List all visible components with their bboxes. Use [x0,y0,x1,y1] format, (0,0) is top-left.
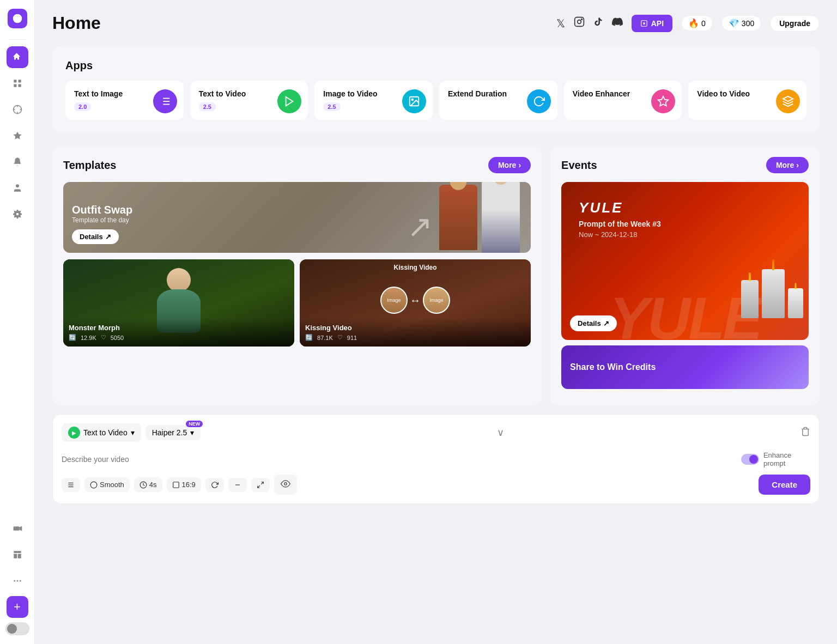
video-enhancer-icon [651,89,675,113]
delete-button[interactable] [800,427,810,439]
duration-button[interactable]: 4s [134,477,162,492]
discord-icon[interactable] [612,16,623,30]
monster-morph-stats: 🔄 12.9K ♡ 5050 [69,334,289,341]
header-icons: 𝕏 API 🔥 0 💎 300 Upgrade [556,15,820,32]
enhance-switch[interactable] [741,454,759,465]
ratio-button[interactable]: 16:9 [167,477,201,492]
featured-template-name: Outfit Swap [72,204,132,216]
yule-details-button[interactable]: Details ↗ [570,315,617,331]
yule-badge: YULE [579,199,791,216]
expand-button[interactable] [251,478,270,492]
apps-title: Apps [65,59,806,72]
fire-badge: 🔥 0 [681,15,713,31]
api-button[interactable]: API [632,15,672,32]
templates-panel: Templates More › ↗ [52,146,542,405]
events-title: Events [561,159,597,172]
sidebar-item-home[interactable] [7,46,28,68]
sidebar-item-gallery[interactable] [7,72,28,94]
apps-grid: Text to Image 2.0 Text to Video 2.5 Imag… [65,81,806,120]
minus-button[interactable] [228,478,247,492]
creation-bar: ▶ Text to Video ▾ NEW Haiper 2.5 ▾ ∨ [52,414,820,504]
app-logo[interactable] [8,9,27,28]
preview-button[interactable] [274,475,297,495]
monster-morph-name: Monster Morph [69,324,289,332]
app-card-extend-duration[interactable]: Extend Duration [439,81,557,120]
extend-duration-icon [527,89,551,113]
video-to-video-icon [776,89,800,113]
sidebar-item-create-video[interactable] [7,518,28,539]
svg-rect-6 [13,526,19,531]
events-more-button[interactable]: More › [766,157,809,173]
sidebar: + [0,0,35,644]
template-grid: Monster Morph 🔄 12.9K ♡ 5050 [63,259,531,347]
tiktok-icon[interactable] [593,17,603,29]
upgrade-button[interactable]: Upgrade [770,15,820,32]
templates-header: Templates More › [63,157,531,173]
svg-line-38 [258,485,260,488]
app-card-video-to-video[interactable]: Video to Video [688,81,806,120]
sidebar-item-more[interactable] [7,570,28,592]
app-card-image-to-video[interactable]: Image to Video 2.5 [314,81,433,120]
yule-date: Now ~ 2024-12-18 [579,230,791,239]
enhance-toggle: Enhance prompt [741,451,810,467]
page-title: Home [52,13,556,33]
svg-point-26 [411,99,413,100]
sidebar-item-notifications[interactable] [7,151,28,173]
templates-more-button[interactable]: More › [488,157,531,173]
text-to-video-icon [277,89,301,113]
sidebar-item-rewards[interactable] [7,125,28,147]
svg-point-0 [13,14,22,23]
svg-rect-1 [14,80,16,82]
templates-title: Templates [63,159,116,172]
featured-template-subtitle: Template of the day [72,216,132,224]
image-to-video-icon [402,89,426,113]
refresh-button[interactable] [205,478,224,492]
instagram-icon[interactable] [574,16,585,30]
svg-marker-24 [286,97,293,106]
svg-point-15 [577,20,581,24]
sidebar-item-layout[interactable] [7,544,28,566]
theme-toggle[interactable] [5,622,29,635]
prompt-input[interactable] [62,451,741,468]
svg-rect-10 [17,554,21,558]
svg-marker-7 [19,526,22,531]
template-card-kissing-video[interactable]: Image ↔ Image Kissing Video Kissing Vide… [300,259,531,347]
type-select[interactable]: ▶ Text to Video ▾ [62,423,141,442]
model-select[interactable]: NEW Haiper 2.5 ▾ [145,425,201,440]
kissing-video-name: Kissing Video [305,324,525,332]
create-button-bar[interactable]: Create [759,475,810,495]
svg-point-33 [90,482,97,488]
create-button[interactable]: + [7,596,28,618]
share-title: Share to Win Credits [570,362,656,372]
svg-rect-4 [18,84,21,87]
smooth-button[interactable]: Smooth [84,477,130,492]
events-panel: Events More › YULE Prompt of the Week #3… [550,146,820,405]
fire-icon: 🔥 [688,18,699,28]
coin-icon: 💎 [729,18,739,28]
app-card-video-enhancer[interactable]: Video Enhancer [564,81,682,120]
main-content: Home 𝕏 API 🔥 0 💎 300 [35,0,837,644]
settings-button[interactable] [62,478,80,492]
template-featured-card[interactable]: ↗ Outfit Swap Template of the day Detail… [63,182,531,253]
sidebar-item-settings[interactable] [7,203,28,225]
app-card-text-to-image[interactable]: Text to Image 2.0 [65,81,184,120]
svg-point-16 [581,19,582,20]
svg-point-12 [16,580,18,582]
twitter-icon[interactable]: 𝕏 [556,17,565,30]
sidebar-item-explore[interactable] [7,99,28,120]
text-to-image-icon [153,89,177,113]
svg-point-39 [284,483,287,485]
sidebar-item-profile[interactable] [7,177,28,199]
svg-line-37 [261,482,263,484]
svg-point-11 [14,580,15,582]
template-card-monster-morph[interactable]: Monster Morph 🔄 12.9K ♡ 5050 [63,259,294,347]
theme-toggle-knob [7,624,17,634]
share-event-card[interactable]: Share to Win Credits [561,345,809,389]
events-header: Events More › [561,157,809,173]
yule-event-card[interactable]: YULE Prompt of the Week #3 Now ~ 2024-12… [561,182,809,340]
svg-rect-2 [18,80,21,82]
featured-details-button[interactable]: Details ↗ [72,229,119,244]
app-card-text-to-video[interactable]: Text to Video 2.5 [190,81,308,120]
collapse-button[interactable]: ∨ [497,427,504,439]
header: Home 𝕏 API 🔥 0 💎 300 [52,13,820,33]
